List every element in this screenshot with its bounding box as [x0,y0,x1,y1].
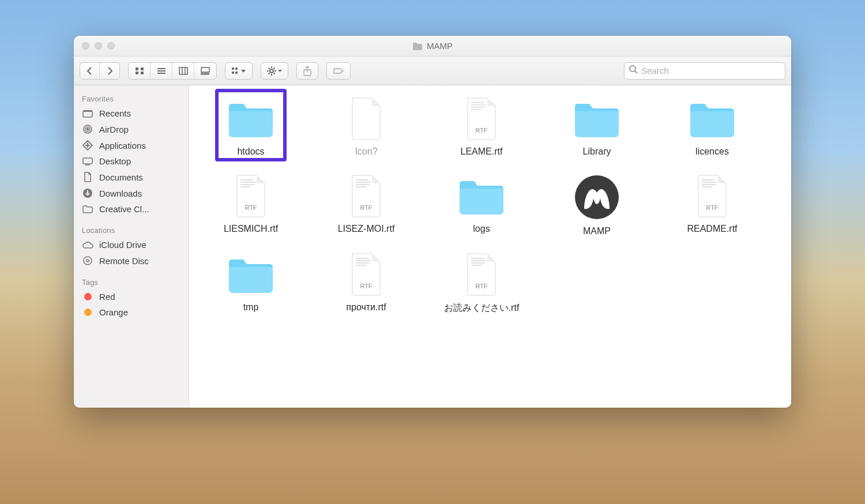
svg-text:RTF: RTF [360,283,372,289]
file-label: htdocs [237,146,264,157]
svg-rect-10 [201,67,209,72]
finder-window: MAMP [74,36,791,408]
file-item[interactable]: RTFLIESMICH.rtf [202,173,300,236]
sidebar-heading-locations: Locations [74,223,189,237]
sidebar-item-label: Applications [99,141,146,151]
tags-button[interactable] [326,62,351,80]
gear-icon [267,66,282,76]
forward-button[interactable] [100,63,119,79]
window-controls [82,42,115,50]
sidebar-item-icloud-drive[interactable]: iCloud Drive [74,237,189,253]
svg-rect-14 [232,67,234,70]
svg-point-18 [270,69,273,73]
svg-rect-35 [83,158,92,164]
svg-line-23 [269,67,270,69]
folder-icon [683,96,741,142]
minimize-button[interactable] [95,42,102,50]
file-label: LEAME.rtf [461,146,503,157]
tag-dot-icon [82,309,93,316]
file-item[interactable]: licences [663,96,761,158]
svg-text:RTF: RTF [245,204,257,211]
folder-icon [453,173,510,219]
file-item[interactable]: tmp [202,251,300,314]
sidebar-item-documents[interactable]: Documents [74,169,189,185]
svg-rect-2 [136,72,138,74]
sidebar-item-airdrop[interactable]: AirDrop [74,121,189,137]
close-button[interactable] [82,42,89,50]
file-item[interactable]: RTFREADME.rtf [663,173,761,236]
file-item[interactable]: Library [548,96,646,158]
file-item[interactable]: RTFお読みください.rtf [432,251,531,314]
selection-highlight: htdocs [215,89,287,161]
search-input[interactable] [641,66,780,76]
file-item[interactable]: MAMP [548,173,646,236]
column-view-button[interactable] [172,63,194,79]
back-button[interactable] [80,63,100,79]
file-grid-area[interactable]: htdocsIcon?RTFLEAME.rtfLibrarylicencesRT… [189,85,791,408]
rtf-icon: RTF [683,173,741,219]
svg-text:RTF: RTF [360,204,372,211]
file-item[interactable]: RTFLISEZ-MOI.rtf [317,173,415,236]
svg-rect-3 [141,72,144,74]
recents-icon [82,110,93,118]
rtf-icon: RTF [222,173,280,219]
desktop-icon [82,157,93,166]
svg-rect-7 [179,67,187,74]
file-item[interactable]: htdocs [202,96,300,158]
titlebar: MAMP [74,36,791,57]
sidebar-item-desktop[interactable]: Desktop [74,153,189,169]
file-item[interactable]: Icon? [317,96,415,158]
file-item[interactable]: RTFпрочти.rtf [317,251,415,314]
svg-text:RTF: RTF [475,283,487,289]
sidebar-heading-favorites: Favorites [74,91,189,106]
disc-icon [82,255,93,266]
file-label: お読みください.rtf [444,302,520,314]
svg-rect-15 [235,67,238,70]
toolbar [74,57,791,85]
gallery-view-button[interactable] [194,63,216,79]
file-label: README.rtf [687,224,737,234]
file-label: Icon? [355,146,377,157]
file-item[interactable]: logs [432,173,531,236]
file-label: Library [583,146,611,157]
sidebar-item-recents[interactable]: Recents [74,106,189,121]
sidebar-tag-orange[interactable]: Orange [74,304,189,320]
downloads-icon [82,188,93,198]
window-title: MAMP [412,41,453,51]
sidebar-item-label: Remote Disc [99,256,149,266]
sidebar-item-applications[interactable]: Applications [74,137,189,153]
svg-line-24 [274,73,275,74]
sidebar-item-label: Documents [99,172,143,182]
search-field[interactable] [624,62,785,80]
share-button[interactable] [296,62,318,80]
list-view-button[interactable] [151,63,172,79]
svg-point-28 [630,66,635,72]
sidebar-tag-red[interactable]: Red [74,289,189,304]
view-switcher [128,62,217,80]
sidebar-item-downloads[interactable]: Downloads [74,185,189,201]
action-button[interactable] [261,62,288,80]
sidebar-item-label: Orange [99,307,128,317]
file-label: tmp [243,302,259,313]
svg-rect-30 [83,111,92,117]
sidebar-item-label: Desktop [99,156,131,166]
sidebar-heading-tags: Tags [74,274,189,289]
svg-point-38 [84,257,92,265]
sidebar-item-creative-cloud[interactable]: Creative Cl... [74,201,189,217]
file-item[interactable]: RTFLEAME.rtf [432,96,531,158]
sidebar-item-remote-disc[interactable]: Remote Disc [74,253,189,269]
icloud-icon [82,241,93,249]
file-label: LISEZ-MOI.rtf [338,224,395,234]
desktop-background: MAMP [0,0,865,504]
svg-rect-11 [201,73,203,74]
svg-rect-0 [136,67,138,70]
svg-line-29 [635,71,637,73]
sidebar-item-label: AirDrop [99,125,129,134]
zoom-button[interactable] [107,42,115,50]
group-by-button[interactable] [225,62,253,80]
folder-icon [222,251,280,298]
svg-rect-16 [232,72,234,74]
folder-icon [568,96,626,142]
icon-view-button[interactable] [129,63,151,79]
tag-icon [333,67,344,75]
